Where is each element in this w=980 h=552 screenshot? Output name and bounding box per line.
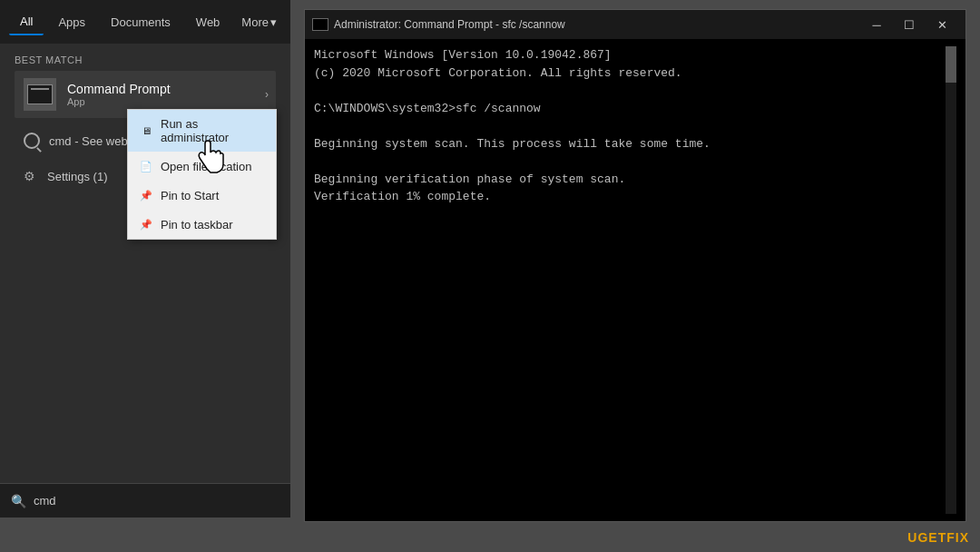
watermark: UGETFIX: [907, 530, 969, 545]
chevron-down-icon: ▾: [270, 15, 277, 29]
cmd-line-5: [314, 117, 946, 135]
best-match-label: Best match: [15, 54, 276, 65]
settings-text: Settings (1): [47, 170, 107, 183]
cmd-titlebar: Administrator: Command Prompt - sfc /sca…: [305, 10, 965, 39]
app-icon: [24, 78, 56, 111]
cmd-line-2: (c) 2020 Microsoft Corporation. All righ…: [314, 64, 946, 83]
tab-more[interactable]: More ▾: [234, 10, 284, 34]
search-bar[interactable]: 🔍 cmd: [0, 483, 290, 518]
tab-all[interactable]: All: [9, 9, 44, 35]
cmd-content: Microsoft Windows [Version 10.0.19042.86…: [305, 39, 965, 521]
context-run-admin[interactable]: Run as administrator: [128, 110, 276, 152]
cmd-line-9: Verification 1% complete.: [314, 188, 946, 206]
tab-documents[interactable]: Documents: [100, 10, 181, 34]
start-nav: All Apps Documents Web More ▾: [0, 0, 290, 44]
open-file-label: Open file location: [161, 160, 251, 173]
watermark-prefix: UGET: [907, 530, 946, 545]
maximize-button[interactable]: ☐: [893, 10, 926, 39]
cmd-title-icon: [312, 18, 328, 31]
tab-apps[interactable]: Apps: [47, 10, 96, 34]
chevron-right-icon: ›: [265, 88, 269, 101]
app-info: Command Prompt App: [67, 82, 171, 107]
cmd-icon: [27, 84, 53, 104]
search-bar-icon: 🔍: [11, 494, 26, 508]
cmd-text: Microsoft Windows [Version 10.0.19042.86…: [314, 46, 946, 514]
search-bar-value: cmd: [34, 494, 56, 508]
app-type: App: [67, 96, 171, 107]
cmd-line-6: Beginning system scan. This process will…: [314, 135, 946, 153]
pin-taskbar-icon: [139, 217, 153, 232]
app-name: Command Prompt: [67, 82, 171, 96]
run-as-admin-icon: [139, 123, 153, 138]
watermark-suffix: FIX: [946, 530, 969, 545]
gear-icon: [24, 169, 38, 183]
cmd-line-7: [314, 153, 946, 171]
minimize-button[interactable]: ─: [860, 10, 893, 39]
cmd-scrollbar[interactable]: [946, 46, 956, 514]
window-controls: ─ ☐ ✕: [860, 10, 958, 39]
cmd-line-1: Microsoft Windows [Version 10.0.19042.86…: [314, 46, 946, 64]
cmd-line-4: C:\WINDOWS\system32>sfc /scannow: [314, 100, 946, 118]
context-pin-start[interactable]: Pin to Start: [128, 181, 276, 210]
cmd-window: Administrator: Command Prompt - sfc /sca…: [304, 9, 966, 522]
pin-start-label: Pin to Start: [161, 189, 219, 202]
cmd-title-text: Administrator: Command Prompt - sfc /sca…: [334, 18, 855, 31]
pin-taskbar-label: Pin to taskbar: [161, 218, 233, 232]
run-admin-label: Run as administrator: [161, 117, 265, 144]
start-menu: All Apps Documents Web More ▾ Best match…: [0, 0, 290, 518]
tab-web[interactable]: Web: [185, 10, 231, 34]
cmd-line-3: [314, 82, 946, 100]
close-button[interactable]: ✕: [926, 10, 958, 39]
context-open-file[interactable]: Open file location: [128, 152, 276, 181]
pin-start-icon: [139, 188, 153, 202]
open-file-icon: [139, 159, 153, 173]
scrollbar-thumb: [946, 46, 956, 83]
search-icon: [24, 133, 40, 149]
context-pin-taskbar[interactable]: Pin to taskbar: [128, 210, 276, 239]
context-menu: Run as administrator Open file location …: [127, 109, 277, 240]
cmd-line-8: Beginning verification phase of system s…: [314, 171, 946, 189]
